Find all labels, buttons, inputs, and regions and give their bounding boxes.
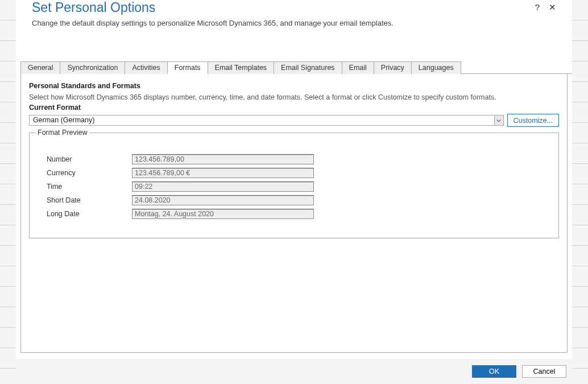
tab-bar: General Synchronization Activities Forma… bbox=[20, 61, 572, 74]
preview-label-time: Time bbox=[47, 183, 132, 191]
preview-row-shortdate: Short Date 24.08.2020 bbox=[47, 193, 541, 207]
preview-row-time: Time 09:22 bbox=[47, 180, 541, 193]
preview-label-number: Number bbox=[47, 155, 132, 163]
preview-label-currency: Currency bbox=[47, 169, 132, 177]
dialog-footer: OK Cancel bbox=[16, 359, 572, 384]
dialog-subtitle: Change the default display settings to p… bbox=[32, 19, 556, 27]
tab-email[interactable]: Email bbox=[342, 61, 374, 74]
preview-value-time: 09:22 bbox=[132, 181, 314, 192]
format-preview-fieldset: Format Preview Number 123.456.789,00 Cur… bbox=[29, 133, 559, 238]
formats-panel: Personal Standards and Formats Select ho… bbox=[20, 74, 568, 353]
section-desc: Select how Microsoft Dynamics 365 displa… bbox=[29, 93, 559, 101]
cancel-button[interactable]: Cancel bbox=[522, 365, 566, 378]
preview-value-longdate: Montag, 24. August 2020 bbox=[132, 209, 314, 219]
dialog-title: Set Personal Options bbox=[32, 0, 155, 15]
current-format-value: German (Germany) bbox=[30, 115, 494, 125]
tab-privacy[interactable]: Privacy bbox=[374, 61, 412, 74]
preview-label-longdate: Long Date bbox=[47, 210, 132, 218]
current-format-label: Current Format bbox=[29, 104, 559, 112]
preview-row-currency: Currency 123.456.789,00 € bbox=[47, 166, 541, 180]
tab-activities[interactable]: Activities bbox=[125, 61, 167, 74]
chevron-down-icon[interactable] bbox=[494, 115, 503, 125]
customize-button[interactable]: Customize... bbox=[507, 114, 559, 127]
ok-button[interactable]: OK bbox=[472, 365, 516, 378]
preview-value-number: 123.456.789,00 bbox=[132, 154, 314, 164]
preview-value-shortdate: 24.08.2020 bbox=[132, 195, 314, 205]
preview-label-shortdate: Short Date bbox=[47, 196, 132, 204]
help-icon[interactable]: ? bbox=[535, 2, 540, 13]
preview-value-currency: 123.456.789,00 € bbox=[132, 168, 314, 178]
section-title: Personal Standards and Formats bbox=[29, 82, 559, 90]
close-icon[interactable]: ✕ bbox=[549, 2, 556, 13]
tab-email-templates[interactable]: Email Templates bbox=[208, 61, 274, 74]
tab-email-signatures[interactable]: Email Signatures bbox=[274, 61, 342, 74]
tab-general[interactable]: General bbox=[20, 61, 60, 74]
tab-languages[interactable]: Languages bbox=[411, 61, 461, 74]
current-format-select[interactable]: German (Germany) bbox=[29, 115, 504, 126]
tab-synchronization[interactable]: Synchronization bbox=[60, 61, 125, 74]
preview-row-longdate: Long Date Montag, 24. August 2020 bbox=[47, 207, 541, 221]
personal-options-dialog: Set Personal Options ? ✕ Change the defa… bbox=[16, 0, 572, 384]
format-preview-legend: Format Preview bbox=[35, 129, 90, 137]
tab-formats[interactable]: Formats bbox=[167, 61, 208, 74]
preview-row-number: Number 123.456.789,00 bbox=[47, 152, 541, 166]
